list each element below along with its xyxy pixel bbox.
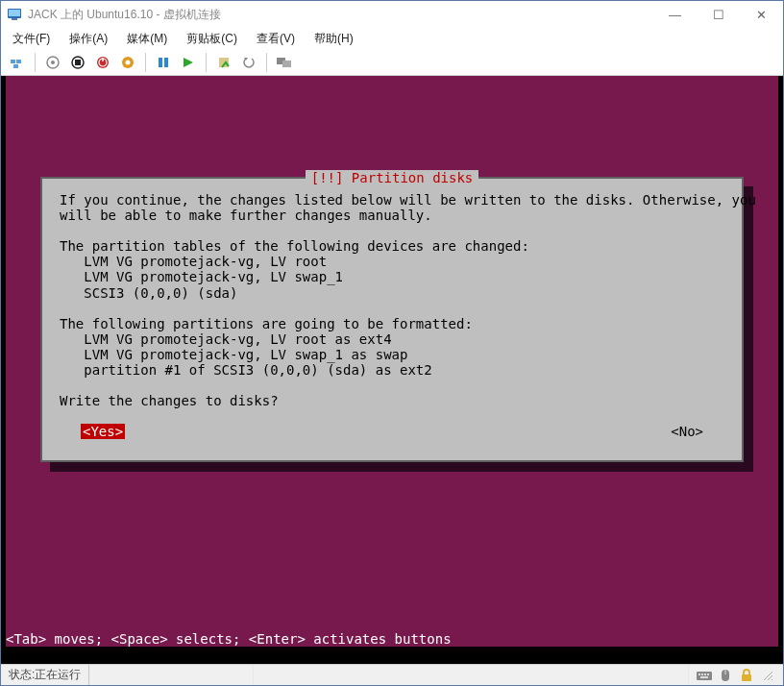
- app-icon: [7, 7, 22, 22]
- no-button[interactable]: <No>: [671, 424, 703, 439]
- menubar: 文件(F) 操作(A) 媒体(M) 剪贴板(C) 查看(V) 帮助(H): [1, 28, 783, 49]
- menu-media[interactable]: 媒体(M): [123, 29, 171, 49]
- save-state-button[interactable]: [117, 52, 138, 73]
- status-icons: [689, 668, 783, 683]
- menu-view[interactable]: 查看(V): [253, 29, 299, 49]
- toolbar: [1, 49, 783, 76]
- toolbar-separator: [35, 53, 36, 72]
- svg-rect-25: [704, 674, 706, 675]
- revert-button[interactable]: [238, 52, 259, 73]
- shutdown-button[interactable]: [92, 52, 113, 73]
- toolbar-separator: [145, 53, 146, 72]
- turn-off-button[interactable]: [67, 52, 88, 73]
- minimize-button[interactable]: —: [653, 1, 697, 28]
- menu-file[interactable]: 文件(F): [9, 29, 54, 49]
- svg-rect-15: [159, 58, 162, 67]
- ubuntu-installer-screen: [!!] Partition disks If you continue, th…: [6, 76, 778, 647]
- keyboard-icon: [697, 668, 712, 683]
- svg-rect-30: [742, 674, 751, 681]
- svg-rect-4: [16, 60, 21, 63]
- window-title: JACK 上的 Ubuntu16.10 - 虚拟机连接: [28, 7, 653, 23]
- menu-clipboard[interactable]: 剪贴板(C): [183, 29, 241, 49]
- mouse-icon: [718, 668, 733, 683]
- svg-rect-9: [75, 60, 81, 65]
- enhanced-session-button[interactable]: [274, 52, 295, 73]
- svg-rect-24: [701, 674, 703, 675]
- pause-button[interactable]: [153, 52, 174, 73]
- maximize-button[interactable]: ☐: [697, 1, 740, 28]
- svg-rect-23: [698, 674, 700, 675]
- checkpoint-button[interactable]: [213, 52, 234, 73]
- menu-help[interactable]: 帮助(H): [310, 29, 357, 49]
- svg-rect-22: [697, 672, 712, 680]
- svg-rect-27: [700, 676, 708, 678]
- resize-grip-icon[interactable]: [760, 668, 775, 683]
- svg-rect-21: [282, 61, 291, 67]
- dialog-box: [!!] Partition disks If you continue, th…: [40, 177, 744, 462]
- svg-rect-3: [11, 60, 15, 63]
- svg-line-33: [772, 679, 772, 680]
- start-button[interactable]: [42, 52, 63, 73]
- dialog-title: [!!] Partition disks: [42, 170, 742, 185]
- hint-line: <Tab> moves; <Space> selects; <Enter> ac…: [6, 631, 778, 647]
- dialog-body: If you continue, the changes listed belo…: [60, 192, 724, 408]
- statusbar: 状态: 正在运行: [1, 664, 783, 685]
- menu-action[interactable]: 操作(A): [65, 29, 111, 49]
- reset-button[interactable]: [178, 52, 199, 73]
- ctrl-alt-del-button[interactable]: [7, 52, 28, 73]
- dialog-buttons: <Yes> <No>: [60, 424, 724, 439]
- toolbar-separator: [206, 53, 207, 72]
- svg-rect-16: [164, 58, 168, 67]
- close-button[interactable]: ✕: [740, 1, 783, 28]
- svg-point-14: [126, 60, 131, 64]
- lock-icon: [739, 668, 754, 683]
- toolbar-separator: [266, 53, 267, 72]
- status-spacer: [253, 665, 689, 685]
- svg-line-31: [764, 672, 772, 680]
- vm-display[interactable]: [!!] Partition disks If you continue, th…: [1, 76, 783, 664]
- yes-button[interactable]: <Yes>: [81, 424, 125, 439]
- status-state: 状态: 正在运行: [1, 665, 89, 685]
- svg-rect-2: [12, 18, 17, 20]
- window-controls: — ☐ ✕: [653, 1, 783, 28]
- svg-rect-1: [9, 10, 20, 16]
- window: JACK 上的 Ubuntu16.10 - 虚拟机连接 — ☐ ✕ 文件(F) …: [0, 0, 784, 686]
- svg-rect-26: [707, 674, 709, 675]
- partition-dialog: [!!] Partition disks If you continue, th…: [40, 177, 744, 462]
- svg-marker-17: [184, 58, 193, 67]
- svg-rect-5: [13, 64, 18, 68]
- titlebar: JACK 上的 Ubuntu16.10 - 虚拟机连接 — ☐ ✕: [1, 1, 783, 28]
- svg-point-7: [51, 61, 55, 64]
